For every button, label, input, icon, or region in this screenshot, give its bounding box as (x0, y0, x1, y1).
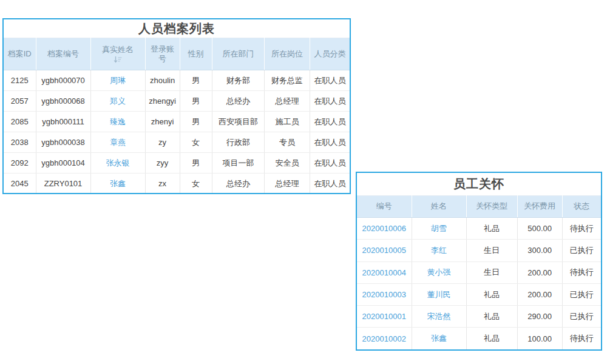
cell-gender: 男 (180, 112, 212, 132)
cell-position: 总经理 (265, 91, 310, 112)
cell-care-no: 2020010003 (357, 283, 412, 305)
cell-archive-code: ygbh000070 (36, 70, 90, 91)
cell-archive-id: 2125 (4, 70, 36, 91)
cell-category: 在职人员 (310, 174, 350, 194)
employee-care-table: 编号 姓名 关怀类型 关怀费用 状态 2020010006 胡雪 礼品 500.… (357, 195, 601, 349)
personnel-header-row: 档案ID 档案编号 真实姓名 (4, 38, 350, 70)
real-name-link[interactable]: 张永银 (106, 158, 130, 167)
cell-care-name: 董川民 (412, 283, 466, 305)
cell-care-name: 张鑫 (412, 328, 466, 349)
care-name-link[interactable]: 黄小强 (427, 268, 451, 277)
cell-category: 在职人员 (310, 132, 350, 153)
cell-login-account: zx (145, 174, 180, 194)
care-name-link[interactable]: 李红 (431, 246, 447, 255)
table-row: 2020010001 宋浩然 礼品 290.00 已执行 (357, 306, 601, 328)
cell-category: 在职人员 (310, 112, 350, 132)
cell-category: 在职人员 (310, 153, 350, 174)
cell-login-account: zyy (145, 153, 180, 174)
care-name-link[interactable]: 张鑫 (431, 334, 447, 343)
real-name-link[interactable]: 张鑫 (110, 179, 126, 188)
cell-archive-id: 2092 (4, 153, 36, 174)
personnel-table: 档案ID 档案编号 真实姓名 (4, 38, 350, 194)
real-name-link[interactable]: 郑义 (110, 96, 126, 106)
care-name-link[interactable]: 董川民 (427, 290, 451, 299)
care-no-link[interactable]: 2020010006 (362, 224, 406, 233)
table-row: 2020010005 李红 生日 300.00 已执行 (357, 240, 601, 261)
cell-archive-id: 2057 (4, 91, 36, 112)
cell-care-status: 已执行 (562, 240, 601, 261)
cell-care-type: 礼品 (466, 283, 517, 305)
cell-real-name: 郑义 (90, 91, 145, 112)
header-care-name: 姓名 (412, 196, 466, 218)
care-no-link[interactable]: 2020010001 (362, 312, 406, 321)
table-row: 2045 ZZRY0101 张鑫 zx 女 总经办 总经理 在职人员 (4, 174, 350, 194)
cell-category: 在职人员 (310, 91, 350, 112)
cell-care-status: 待执行 (562, 218, 601, 240)
cell-position: 财务总监 (265, 70, 310, 91)
cell-care-no: 2020010004 (357, 261, 412, 283)
header-gender: 性别 (180, 38, 212, 70)
personnel-panel-title: 人员档案列表 (4, 19, 350, 38)
cell-archive-id: 2085 (4, 112, 36, 132)
cell-archive-id: 2045 (4, 174, 36, 194)
cell-gender: 男 (180, 70, 212, 91)
cell-archive-code: ZZRY0101 (36, 174, 90, 194)
care-name-link[interactable]: 胡雪 (431, 224, 447, 233)
cell-archive-code: ygbh000038 (36, 132, 90, 153)
header-position: 所在岗位 (265, 38, 310, 70)
cell-care-fee: 200.00 (517, 261, 562, 283)
cell-department: 项目一部 (212, 153, 265, 174)
sort-amount-icon[interactable] (114, 56, 122, 63)
cell-care-type: 生日 (466, 261, 517, 283)
cell-care-no: 2020010002 (357, 328, 412, 349)
cell-gender: 女 (180, 174, 212, 194)
care-no-link[interactable]: 2020010002 (362, 334, 406, 343)
table-row: 2125 ygbh000070 周琳 zhoulin 男 财务部 财务总监 在职… (4, 70, 350, 91)
cell-care-type: 礼品 (466, 218, 517, 240)
header-category: 人员分类 (310, 38, 350, 70)
personnel-list-panel: 人员档案列表 档案ID 档案编号 真实姓名 (2, 18, 351, 194)
care-panel-title: 员工关怀 (357, 173, 601, 195)
cell-care-no: 2020010001 (357, 306, 412, 328)
cell-care-name: 胡雪 (412, 218, 466, 240)
real-name-link[interactable]: 章燕 (110, 138, 126, 147)
cell-login-account: zhoulin (145, 70, 180, 91)
cell-position: 施工员 (265, 112, 310, 132)
cell-real-name: 张永银 (90, 153, 145, 174)
cell-care-fee: 100.00 (517, 328, 562, 349)
table-row: 2057 ygbh000068 郑义 zhengyi 男 总经办 总经理 在职人… (4, 91, 350, 112)
cell-care-status: 待执行 (562, 261, 601, 283)
care-no-link[interactable]: 2020010003 (362, 290, 406, 299)
cell-department: 总经办 (212, 91, 265, 112)
real-name-link[interactable]: 臻逸 (110, 117, 126, 126)
cell-login-account: zy (145, 132, 180, 153)
cell-archive-id: 2038 (4, 132, 36, 153)
cell-gender: 男 (180, 91, 212, 112)
care-no-link[interactable]: 2020010005 (362, 246, 406, 255)
care-name-link[interactable]: 宋浩然 (427, 312, 451, 321)
cell-gender: 男 (180, 153, 212, 174)
header-care-type: 关怀类型 (466, 196, 517, 218)
cell-real-name: 章燕 (90, 132, 145, 153)
cell-category: 在职人员 (310, 70, 350, 91)
cell-care-type: 礼品 (466, 306, 517, 328)
cell-real-name: 臻逸 (90, 112, 145, 132)
cell-position: 总经理 (265, 174, 310, 194)
cell-care-type: 礼品 (466, 328, 517, 349)
header-care-status: 状态 (562, 196, 601, 218)
cell-care-status: 已执行 (562, 283, 601, 305)
cell-login-account: zhengyi (145, 91, 180, 112)
header-real-name-label: 真实姓名 (102, 45, 134, 55)
table-row: 2092 ygbh000104 张永银 zyy 男 项目一部 安全员 在职人员 (4, 153, 350, 174)
care-no-link[interactable]: 2020010004 (362, 268, 406, 277)
cell-care-status: 已执行 (562, 306, 601, 328)
header-real-name[interactable]: 真实姓名 (90, 38, 145, 70)
cell-care-status: 待执行 (562, 328, 601, 349)
table-row: 2020010003 董川民 礼品 200.00 已执行 (357, 283, 601, 305)
table-row: 2020010004 黄小强 生日 200.00 待执行 (357, 261, 601, 283)
cell-archive-code: ygbh000111 (36, 112, 90, 132)
cell-archive-code: ygbh000104 (36, 153, 90, 174)
cell-department: 西安项目部 (212, 112, 265, 132)
real-name-link[interactable]: 周琳 (110, 76, 126, 85)
cell-real-name: 张鑫 (90, 174, 145, 194)
